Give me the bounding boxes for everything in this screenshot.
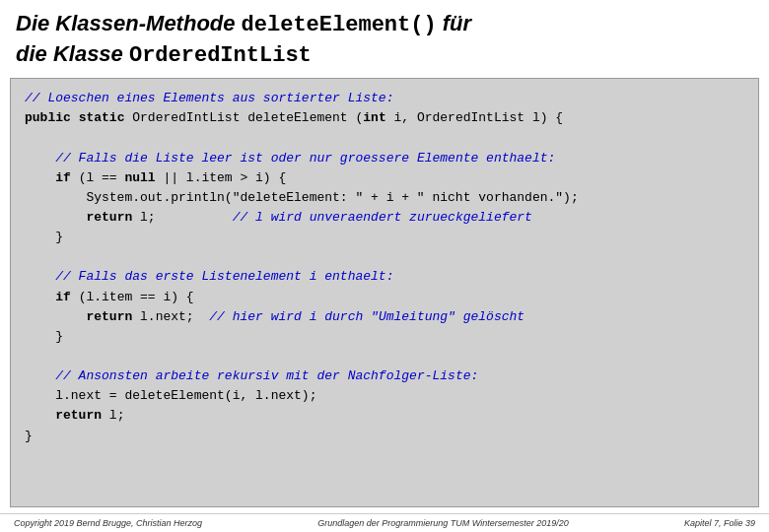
blank-line [25,128,744,148]
code-line: } [25,327,744,347]
footer-left: Copyright 2019 Bernd Brugge, Christian H… [14,518,202,528]
code-line: l.next = deleteElement(i, l.next); [25,386,744,406]
footer-center: Grundlagen der Programmierung TUM Winter… [317,518,569,528]
code-line: } [25,427,744,446]
header-title: Die Klassen-Methode deleteElement() für … [16,10,753,70]
code-line: } [25,228,744,247]
code-line: // Falls die Liste leer ist oder nur gro… [25,149,744,168]
comment: // Loeschen eines Elements aus sortierte… [25,91,393,105]
header-text-2: die Klasse [16,41,129,66]
code-line: if (l.item == i) { [25,288,744,307]
code-line: // Loeschen eines Elements aus sortierte… [25,89,744,108]
blank-line [25,347,744,366]
code-line: System.out.println("deleteElement: " + i… [25,188,744,208]
header-code-1: deleteElement() [242,13,437,37]
comment: // Falls das erste Listenelement i entha… [55,269,393,284]
header-italic-1: für [437,11,471,35]
code-line: return l; [25,406,744,426]
header-text-1: Die Klassen-Methode [16,11,242,35]
page: Die Klassen-Methode deleteElement() für … [0,0,769,532]
code-block: // Loeschen eines Elements aus sortierte… [10,78,759,507]
code-line: // Falls das erste Listenelement i entha… [25,267,744,287]
blank-line [25,247,744,267]
header: Die Klassen-Methode deleteElement() für … [0,0,769,78]
code-line: if (l == null || l.item > i) { [25,168,744,188]
code-line: return l; // l wird unveraendert zurueck… [25,208,744,228]
code-line: return l.next; // hier wird i durch "Uml… [25,307,744,327]
code-line: public static OrderedIntList deleteEleme… [25,108,744,128]
comment: // hier wird i durch "Umleitung" gelösch… [209,309,524,324]
code-line: // Ansonsten arbeite rekursiv mit der Na… [25,366,744,386]
footer-right: Kapitel 7, Folie 39 [684,518,755,528]
comment: // l wird unveraendert zurueckgeliefert [233,210,532,225]
comment: // Falls die Liste leer ist oder nur gro… [55,151,555,166]
comment: // Ansonsten arbeite rekursiv mit der Na… [55,368,478,383]
header-code-2: OrderedIntList [129,43,312,68]
footer: Copyright 2019 Bernd Brugge, Christian H… [0,513,769,532]
